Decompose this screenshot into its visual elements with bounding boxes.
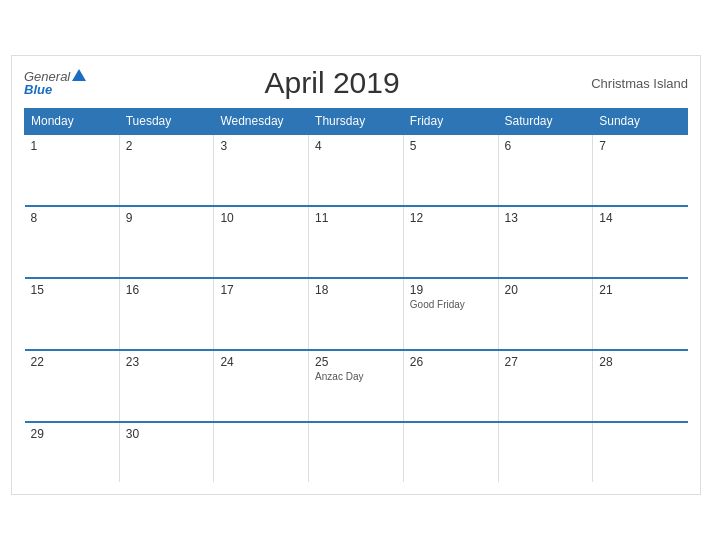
day-number: 10 (220, 211, 302, 225)
day-cell: 13 (498, 206, 593, 278)
day-number: 29 (31, 427, 113, 441)
day-number: 2 (126, 139, 208, 153)
calendar-grid: Monday Tuesday Wednesday Thursday Friday… (24, 108, 688, 482)
day-cell: 5 (403, 134, 498, 206)
day-cell: 6 (498, 134, 593, 206)
day-cell: 18 (309, 278, 404, 350)
day-cell: 7 (593, 134, 688, 206)
day-number: 3 (220, 139, 302, 153)
day-number: 19 (410, 283, 492, 297)
logo: General Blue (24, 70, 86, 96)
day-cell: 25Anzac Day (309, 350, 404, 422)
week-row-2: 891011121314 (25, 206, 688, 278)
day-cell (309, 422, 404, 482)
day-cell: 4 (309, 134, 404, 206)
day-cell: 20 (498, 278, 593, 350)
day-cell: 22 (25, 350, 120, 422)
header-tuesday: Tuesday (119, 109, 214, 135)
logo-blue-text: Blue (24, 83, 86, 96)
day-cell: 10 (214, 206, 309, 278)
day-cell: 19Good Friday (403, 278, 498, 350)
day-cell: 28 (593, 350, 688, 422)
day-cell: 2 (119, 134, 214, 206)
day-cell: 15 (25, 278, 120, 350)
day-cell (593, 422, 688, 482)
day-cell: 1 (25, 134, 120, 206)
day-cell: 29 (25, 422, 120, 482)
month-title: April 2019 (86, 66, 578, 100)
day-number: 20 (505, 283, 587, 297)
week-row-5: 2930 (25, 422, 688, 482)
day-cell: 24 (214, 350, 309, 422)
day-cell: 11 (309, 206, 404, 278)
day-number: 12 (410, 211, 492, 225)
holiday-name: Anzac Day (315, 371, 397, 382)
header-wednesday: Wednesday (214, 109, 309, 135)
day-number: 26 (410, 355, 492, 369)
day-number: 9 (126, 211, 208, 225)
header-friday: Friday (403, 109, 498, 135)
holiday-name: Good Friday (410, 299, 492, 310)
day-cell: 9 (119, 206, 214, 278)
day-cell: 3 (214, 134, 309, 206)
day-number: 5 (410, 139, 492, 153)
day-number: 7 (599, 139, 681, 153)
day-cell (403, 422, 498, 482)
week-row-4: 22232425Anzac Day262728 (25, 350, 688, 422)
day-cell: 8 (25, 206, 120, 278)
calendar-container: General Blue April 2019 Christmas Island… (11, 55, 701, 495)
day-number: 13 (505, 211, 587, 225)
day-cell: 30 (119, 422, 214, 482)
week-row-3: 1516171819Good Friday2021 (25, 278, 688, 350)
day-number: 11 (315, 211, 397, 225)
day-number: 25 (315, 355, 397, 369)
day-header-row: Monday Tuesday Wednesday Thursday Friday… (25, 109, 688, 135)
calendar-header: General Blue April 2019 Christmas Island (24, 66, 688, 100)
day-number: 21 (599, 283, 681, 297)
header-saturday: Saturday (498, 109, 593, 135)
day-cell: 14 (593, 206, 688, 278)
day-number: 15 (31, 283, 113, 297)
day-number: 6 (505, 139, 587, 153)
day-number: 8 (31, 211, 113, 225)
region-label: Christmas Island (578, 76, 688, 91)
day-number: 14 (599, 211, 681, 225)
day-number: 22 (31, 355, 113, 369)
day-number: 18 (315, 283, 397, 297)
day-cell: 21 (593, 278, 688, 350)
day-number: 1 (31, 139, 113, 153)
day-cell: 23 (119, 350, 214, 422)
day-number: 17 (220, 283, 302, 297)
day-cell: 27 (498, 350, 593, 422)
day-cell: 12 (403, 206, 498, 278)
day-number: 23 (126, 355, 208, 369)
day-number: 27 (505, 355, 587, 369)
day-cell: 17 (214, 278, 309, 350)
day-number: 4 (315, 139, 397, 153)
day-cell: 16 (119, 278, 214, 350)
header-thursday: Thursday (309, 109, 404, 135)
day-cell: 26 (403, 350, 498, 422)
header-monday: Monday (25, 109, 120, 135)
day-number: 24 (220, 355, 302, 369)
day-number: 16 (126, 283, 208, 297)
logo-triangle-icon (72, 69, 86, 81)
day-number: 28 (599, 355, 681, 369)
day-cell (214, 422, 309, 482)
week-row-1: 1234567 (25, 134, 688, 206)
header-sunday: Sunday (593, 109, 688, 135)
day-number: 30 (126, 427, 208, 441)
day-cell (498, 422, 593, 482)
